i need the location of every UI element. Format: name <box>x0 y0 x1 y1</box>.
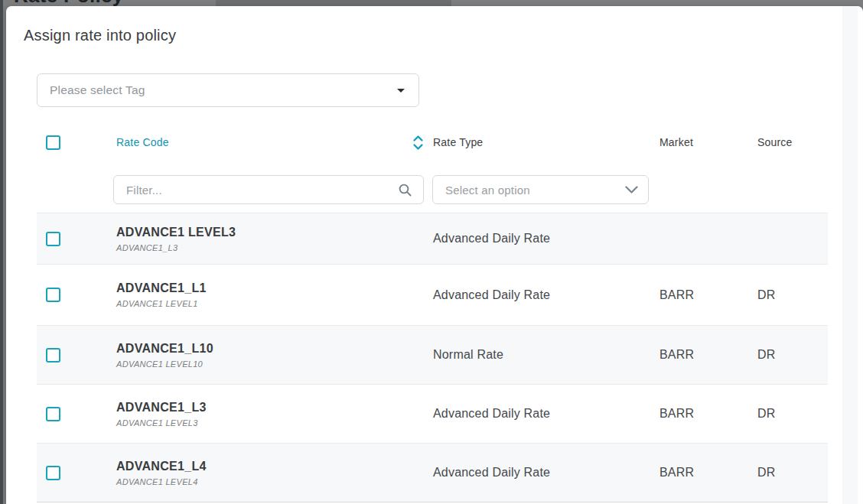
source-value: DR <box>757 288 828 302</box>
source-value: DR <box>757 407 828 421</box>
caret-down-icon <box>397 89 405 93</box>
rate-code-alt-value: ADVANCE1 LEVEL1 <box>116 299 433 308</box>
row-checkbox[interactable] <box>46 348 60 363</box>
table-row[interactable]: ADVANCE1_L3 ADVANCE1 LEVEL3 Advanced Dai… <box>37 384 828 443</box>
row-checkbox[interactable] <box>46 288 60 302</box>
assign-rate-modal: Assign rate into policy Please select Ta… <box>6 6 863 504</box>
rate-code-value: ADVANCE1_L4 <box>116 460 433 473</box>
row-checkbox[interactable] <box>46 466 60 480</box>
source-value: DR <box>757 348 828 362</box>
table-row[interactable]: ADVANCE1 LEVEL3 ADVANCE1_L3 Advanced Dai… <box>37 213 828 264</box>
rate-code-header-label: Rate Code <box>116 136 169 148</box>
rate-code-value: ADVANCE1_L10 <box>116 342 433 356</box>
column-header-rate-code[interactable]: Rate Code <box>116 135 433 151</box>
chevron-down-icon <box>625 186 638 194</box>
table-header-row: Rate Code Rate Type Market Source <box>37 122 828 162</box>
column-header-market[interactable]: Market <box>659 136 757 148</box>
rate-type-value: Advanced Daily Rate <box>433 466 659 480</box>
modal-title: Assign rate into policy <box>24 27 845 44</box>
sort-icon[interactable] <box>412 135 424 151</box>
filter-input-placeholder: Filter... <box>126 184 398 197</box>
market-value: BARR <box>659 348 757 362</box>
table-row[interactable]: ADVANCE1_L4 ADVANCE1 LEVEL4 Advanced Dai… <box>37 443 828 502</box>
rate-code-alt-value: ADVANCE1 LEVEL4 <box>116 477 433 486</box>
rate-code-alt-value: ADVANCE1 LEVEL3 <box>116 418 433 428</box>
market-value: BARR <box>659 466 757 480</box>
table-row[interactable]: ADVANCE1_L1 ADVANCE1 LEVEL1 Advanced Dai… <box>37 264 828 325</box>
market-value: BARR <box>659 288 757 302</box>
source-value: DR <box>757 466 828 480</box>
rate-code-value: ADVANCE1_L3 <box>116 401 433 415</box>
rate-code-filter-input[interactable]: Filter... <box>113 175 424 204</box>
background-sidebar-edge <box>0 0 3 504</box>
market-value: BARR <box>659 407 757 421</box>
table-row[interactable]: ADVANCE1_L10 ADVANCE1 LEVEL10 Normal Rat… <box>37 325 828 384</box>
tag-select-placeholder: Please select Tag <box>50 83 397 97</box>
row-checkbox[interactable] <box>46 232 60 246</box>
table-filter-row: Filter... Select an option <box>37 162 828 205</box>
select-all-checkbox[interactable] <box>46 135 60 150</box>
modal-body: Please select Tag Rate Code Rat <box>6 44 863 502</box>
column-header-rate-type[interactable]: Rate Type <box>433 136 659 148</box>
rates-table: Rate Code Rate Type Market Source <box>37 122 828 502</box>
rate-type-value: Advanced Daily Rate <box>433 288 659 302</box>
rate-type-value: Normal Rate <box>433 348 659 362</box>
tag-select[interactable]: Please select Tag <box>37 73 419 107</box>
row-checkbox[interactable] <box>46 407 60 421</box>
rate-code-value: ADVANCE1 LEVEL3 <box>116 226 433 239</box>
rate-type-value: Advanced Daily Rate <box>433 232 659 245</box>
rate-code-alt-value: ADVANCE1_L3 <box>116 243 433 252</box>
rate-code-value: ADVANCE1_L1 <box>116 281 433 295</box>
background-toolbar-fragment <box>216 0 451 6</box>
modal-header: Assign rate into policy <box>6 6 863 44</box>
rate-type-filter-select[interactable]: Select an option <box>432 175 649 204</box>
column-header-source[interactable]: Source <box>757 136 828 148</box>
filter-select-placeholder: Select an option <box>445 184 625 197</box>
rate-code-alt-value: ADVANCE1 LEVEL10 <box>116 359 433 369</box>
table-body: ADVANCE1 LEVEL3 ADVANCE1_L3 Advanced Dai… <box>37 213 828 502</box>
search-icon <box>398 183 412 197</box>
rate-type-value: Advanced Daily Rate <box>433 407 659 421</box>
